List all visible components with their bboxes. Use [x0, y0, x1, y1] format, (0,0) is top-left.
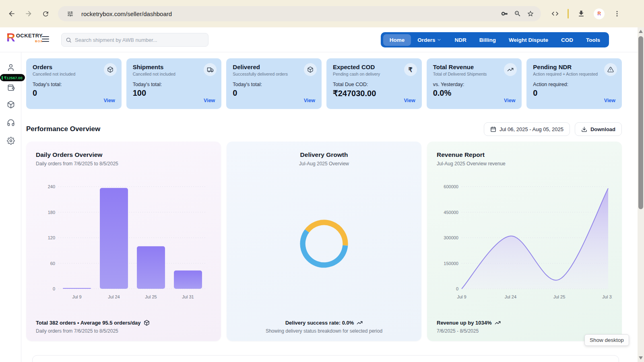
- svg-text:0: 0: [456, 286, 458, 291]
- performance-header-row: Performance Overview Jul 06, 2025 - Aug …: [26, 122, 622, 136]
- svg-text:240: 240: [48, 184, 55, 189]
- reload-icon[interactable]: [39, 7, 52, 21]
- trending-up-icon: [495, 320, 501, 326]
- headphones-icon[interactable]: [7, 119, 15, 127]
- forward-icon[interactable]: [22, 7, 35, 21]
- svg-text:Jul 9: Jul 9: [72, 294, 81, 299]
- alert-triangle-icon: [604, 63, 617, 76]
- chart-footer: Total 382 orders • Average 95.5 orders/d…: [36, 320, 141, 326]
- chart-title: Revenue Report: [437, 151, 612, 158]
- show-desktop-tooltip[interactable]: Show desktop: [584, 334, 629, 346]
- svg-text:120: 120: [48, 235, 55, 240]
- page-scrollbar[interactable]: [638, 27, 644, 362]
- scrollbar-up-arrow[interactable]: [639, 30, 643, 33]
- scrollbar-thumb[interactable]: [638, 36, 643, 209]
- package-icon: [104, 63, 117, 76]
- password-key-icon[interactable]: [498, 7, 511, 20]
- svg-text:Jul 31: Jul 31: [602, 294, 612, 299]
- svg-text:Jul 25: Jul 25: [553, 294, 565, 299]
- downloads-icon[interactable]: [574, 7, 588, 21]
- search-icon: [66, 37, 72, 43]
- stat-title: Shipments: [133, 64, 215, 70]
- screen: rocketrybox.com/seller/dashboard R R OCK…: [0, 0, 644, 362]
- view-link[interactable]: View: [204, 98, 215, 103]
- stat-title: Pending NDR: [533, 64, 615, 70]
- nav-tab-billing[interactable]: Billing: [473, 34, 502, 46]
- code-brackets-icon[interactable]: [548, 7, 562, 21]
- stat-subtitle: Action required + Action requested: [533, 72, 615, 76]
- stat-title: Total Revenue: [433, 64, 516, 70]
- stat-title: Delivered: [233, 64, 315, 70]
- browser-toolbar: rocketrybox.com/seller/dashboard R: [0, 0, 644, 27]
- chart-footer-sub: Showing delivery status breakdown for se…: [266, 328, 382, 334]
- chart-title: Delivery Growth: [300, 151, 348, 158]
- stat-card-delivered: Delivered Successfully delivered orders …: [226, 58, 322, 109]
- view-link[interactable]: View: [604, 98, 615, 103]
- stat-metric-label: vs. Yesterday:: [433, 82, 516, 87]
- svg-text:600000: 600000: [444, 184, 458, 189]
- download-button[interactable]: Download: [575, 122, 622, 136]
- stat-subtitle: Cancelled not included: [33, 72, 115, 76]
- wallet-balance-badge[interactable]: ₹12567.00: [0, 74, 25, 81]
- chart-subtitle: Daily orders from 7/6/2025 to 8/5/2025: [36, 161, 211, 167]
- scrollbar-down-arrow[interactable]: [639, 356, 643, 360]
- url-text: rocketrybox.com/seller/dashboard: [81, 10, 498, 17]
- date-range-picker[interactable]: Jul 06, 2025 - Aug 05, 2025: [484, 122, 570, 136]
- profile-avatar[interactable]: R: [594, 8, 605, 19]
- download-label: Download: [590, 126, 615, 132]
- stat-value: 100: [133, 88, 215, 98]
- stat-value: 0: [33, 88, 115, 98]
- stat-subtitle: Successfully delivered orders: [233, 72, 315, 76]
- charts-row: Daily Orders Overview Daily orders from …: [26, 142, 622, 341]
- rupee-icon: ₹: [404, 63, 417, 76]
- svg-text:Jul 31: Jul 31: [182, 294, 194, 299]
- wallet-balance: ₹12567.00: [4, 76, 23, 80]
- svg-text:Jul 24: Jul 24: [108, 294, 120, 299]
- dashboard-main: Orders Cancelled not included Today's to…: [21, 52, 638, 362]
- package-icon: [304, 63, 317, 76]
- view-link[interactable]: View: [504, 98, 515, 103]
- nav-tab-orders[interactable]: Orders: [411, 34, 448, 46]
- stat-metric-label: Today's total:: [233, 82, 315, 87]
- settings-gear-icon[interactable]: [7, 137, 15, 145]
- extension-divider: [568, 9, 569, 19]
- brand-sub: BOX: [16, 39, 43, 43]
- delivery-growth-donut-chart: [294, 167, 354, 320]
- stat-metric-label: Today's total:: [133, 82, 215, 87]
- stat-metric-label: Total Due COD:: [333, 82, 415, 87]
- rocketrybox-logo[interactable]: R OCKETRY BOX: [6, 31, 43, 43]
- nav-tab-tools[interactable]: Tools: [580, 34, 607, 46]
- stat-value: ₹247030.00: [333, 88, 415, 98]
- delivery-growth-card: Delivery Growth Jul-Aug 2025 Overview De…: [227, 142, 421, 341]
- shipment-search: [61, 33, 208, 47]
- bookmark-star-icon[interactable]: [524, 7, 537, 20]
- back-icon[interactable]: [5, 7, 19, 21]
- view-link[interactable]: View: [103, 98, 115, 103]
- view-link[interactable]: View: [404, 98, 415, 103]
- hamburger-menu-icon[interactable]: [42, 36, 49, 42]
- chevron-down-icon: [437, 37, 442, 42]
- package-icon[interactable]: [7, 101, 15, 109]
- svg-text:0: 0: [53, 286, 55, 291]
- address-bar[interactable]: rocketrybox.com/seller/dashboard: [58, 6, 541, 21]
- chart-footer: Revenue up by 1034%: [437, 320, 492, 326]
- kebab-menu-icon[interactable]: [610, 7, 624, 21]
- svg-text:150000: 150000: [444, 261, 458, 265]
- stat-metric-label: Today's total:: [33, 82, 115, 87]
- zoom-out-icon[interactable]: [511, 7, 524, 20]
- svg-text:Jul 24: Jul 24: [505, 294, 516, 299]
- chart-footer-sub: 7/6/2025 - 8/5/2025: [437, 328, 612, 334]
- nav-tab-home[interactable]: Home: [383, 34, 411, 46]
- view-link[interactable]: View: [304, 98, 315, 103]
- user-icon[interactable]: [7, 64, 15, 72]
- nav-tab-weight-dispute[interactable]: Weight Dispute: [502, 34, 555, 46]
- nav-tab-ndr[interactable]: NDR: [448, 34, 473, 46]
- stat-subtitle: Pending cash on delivery: [333, 72, 415, 76]
- wallet-icon[interactable]: [7, 84, 15, 92]
- stat-value: 0: [533, 88, 615, 98]
- nav-tab-cod[interactable]: COD: [555, 34, 580, 46]
- chart-footer-sub: Daily orders from 7/6/2025 to 8/5/2025: [36, 328, 211, 334]
- calendar-icon: [490, 126, 496, 132]
- site-info-icon[interactable]: [64, 7, 76, 20]
- search-input[interactable]: [75, 37, 204, 43]
